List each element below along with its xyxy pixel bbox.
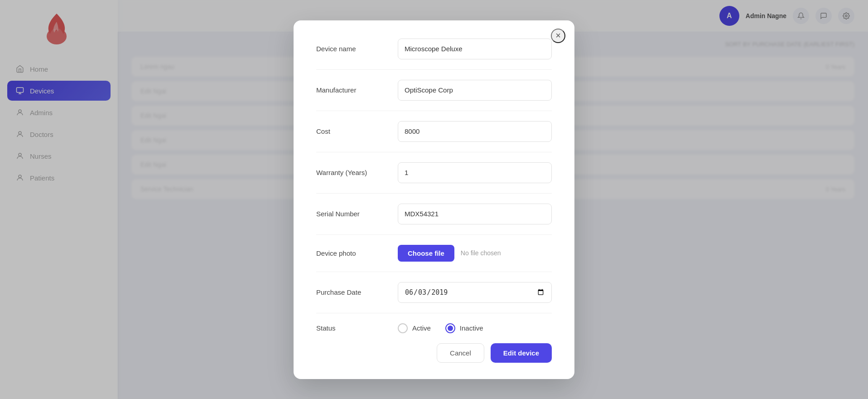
status-label: Status — [316, 324, 389, 332]
file-input-group: Choose file No file chosen — [398, 245, 501, 262]
cost-label: Cost — [316, 127, 389, 135]
status-active-radio[interactable] — [398, 323, 408, 333]
status-radio-group: Active Inactive — [398, 323, 552, 333]
choose-file-button[interactable]: Choose file — [398, 245, 454, 262]
serial-number-row: Serial Number — [316, 204, 552, 224]
edit-device-button[interactable]: Edit device — [491, 343, 552, 363]
purchase-date-label: Purchase Date — [316, 288, 389, 296]
modal-footer: Cancel Edit device — [316, 343, 552, 363]
device-name-input[interactable] — [398, 39, 552, 59]
serial-number-input[interactable] — [398, 204, 552, 224]
warranty-input[interactable] — [398, 162, 552, 183]
serial-number-label: Serial Number — [316, 210, 389, 218]
status-inactive-radio[interactable] — [445, 323, 455, 333]
manufacturer-row: Manufacturer — [316, 80, 552, 101]
cost-row: Cost — [316, 121, 552, 142]
modal-overlay: × Device name Manufacturer Cost Warranty… — [0, 0, 868, 399]
warranty-label: Warranty (Years) — [316, 169, 389, 176]
radio-inner-dot — [448, 326, 453, 331]
device-photo-label: Device photo — [316, 249, 389, 257]
status-inactive-option[interactable]: Inactive — [445, 323, 483, 333]
status-active-option[interactable]: Active — [398, 323, 431, 333]
manufacturer-input[interactable] — [398, 80, 552, 101]
purchase-date-row: Purchase Date — [316, 282, 552, 303]
cancel-button[interactable]: Cancel — [437, 343, 484, 363]
manufacturer-label: Manufacturer — [316, 86, 389, 94]
status-row: Status Active Inactive — [316, 323, 552, 333]
device-name-label: Device name — [316, 45, 389, 53]
purchase-date-input[interactable] — [398, 282, 552, 303]
edit-device-modal: × Device name Manufacturer Cost Warranty… — [294, 20, 574, 379]
device-photo-row: Device photo Choose file No file chosen — [316, 245, 552, 262]
modal-close-button[interactable]: × — [551, 29, 565, 43]
cost-input[interactable] — [398, 121, 552, 142]
status-active-label: Active — [412, 324, 431, 332]
status-inactive-label: Inactive — [460, 324, 483, 332]
warranty-row: Warranty (Years) — [316, 162, 552, 183]
device-name-row: Device name — [316, 39, 552, 59]
no-file-text: No file chosen — [461, 249, 501, 257]
